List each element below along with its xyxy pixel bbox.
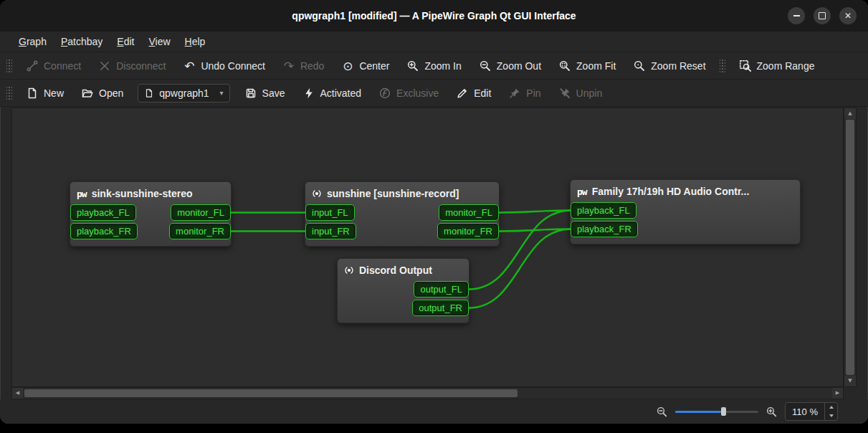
activated-button[interactable]: Activated bbox=[295, 82, 369, 104]
edit-button[interactable]: Edit bbox=[449, 82, 498, 104]
unpin-button[interactable]: Unpin bbox=[551, 82, 610, 104]
scroll-left-arrow[interactable]: ◀ bbox=[12, 388, 23, 399]
disconnect-label: Disconnect bbox=[116, 60, 166, 72]
zoom-slider-fill bbox=[675, 411, 721, 413]
zoom-in-button[interactable]: Zoom In bbox=[399, 55, 468, 77]
record-icon bbox=[344, 265, 354, 275]
port-output_FR[interactable]: output_FR bbox=[412, 300, 469, 316]
node-title: Family 17h/19h HD Audio Contr... bbox=[592, 186, 750, 197]
zoom-spin-up-button[interactable] bbox=[825, 403, 837, 411]
graph-canvas[interactable]: pwsink-sunshine-stereoplayback_FLmonitor… bbox=[11, 108, 844, 387]
zoom-out-button[interactable]: Zoom Out bbox=[472, 55, 548, 77]
connect-button[interactable]: Connect bbox=[19, 55, 88, 77]
undo-label: Undo Connect bbox=[201, 60, 265, 72]
horizontal-scrollbar[interactable]: ◀ ▶ bbox=[11, 387, 844, 399]
zoom-in-icon bbox=[406, 60, 419, 72]
zoom-slider-handle[interactable] bbox=[721, 407, 726, 416]
save-icon bbox=[244, 87, 257, 100]
exclusive-button[interactable]: Exclusive bbox=[371, 82, 446, 104]
horizontal-scrollbar-handle[interactable] bbox=[24, 389, 518, 397]
scroll-right-arrow[interactable]: ▶ bbox=[832, 388, 843, 399]
exclusive-icon bbox=[378, 87, 391, 100]
new-label: New bbox=[44, 87, 64, 99]
menu-help[interactable]: Help bbox=[178, 33, 213, 50]
maximize-button[interactable] bbox=[814, 7, 831, 24]
scroll-down-arrow[interactable]: ▼ bbox=[844, 376, 856, 386]
undo-connect-button[interactable]: ↶ Undo Connect bbox=[176, 55, 272, 77]
zoom-range-label: Zoom Range bbox=[757, 60, 815, 72]
node-title: sink-sunshine-stereo bbox=[92, 188, 193, 199]
toolbar-drag-handle[interactable] bbox=[6, 59, 12, 73]
minimize-icon bbox=[793, 15, 800, 16]
port-input_FR[interactable]: input_FR bbox=[305, 223, 356, 239]
title-bar: qpwgraph1 [modified] — A PipeWire Graph … bbox=[0, 0, 868, 32]
zoom-fit-label: Zoom Fit bbox=[576, 60, 616, 72]
undo-icon: ↶ bbox=[183, 60, 196, 72]
preset-combobox[interactable]: qpwgraph1 ▾ bbox=[138, 84, 229, 103]
unpin-label: Unpin bbox=[576, 87, 603, 99]
port-monitor_FL[interactable]: monitor_FL bbox=[439, 204, 499, 221]
node-header: sunshine [sunshine-record] bbox=[305, 182, 499, 204]
node-title: sunshine [sunshine-record] bbox=[327, 188, 459, 199]
toolbar-drag-handle[interactable] bbox=[6, 86, 12, 100]
zoom-range-button[interactable]: Zoom Range bbox=[732, 55, 822, 77]
port-monitor_FR[interactable]: monitor_FR bbox=[437, 223, 499, 239]
minimize-button[interactable] bbox=[788, 7, 805, 24]
save-label: Save bbox=[262, 87, 285, 99]
scroll-up-arrow[interactable]: ▲ bbox=[844, 108, 856, 119]
vertical-scrollbar[interactable]: ▲ ▼ bbox=[844, 108, 857, 387]
center-button[interactable]: ⊙ Center bbox=[334, 55, 396, 77]
menu-patchbay[interactable]: Patchbay bbox=[54, 33, 110, 50]
zoom-fit-button[interactable]: Zoom Fit bbox=[551, 55, 623, 77]
new-file-icon bbox=[26, 87, 39, 100]
zoom-spin-arrows bbox=[824, 403, 837, 420]
new-button[interactable]: New bbox=[19, 82, 71, 104]
patchbay-toolbar: New Open qpwgraph1 ▾ Save Activated Excl… bbox=[0, 80, 868, 107]
status-zoom-in-icon[interactable] bbox=[766, 406, 778, 418]
status-zoom-out-icon[interactable] bbox=[656, 406, 668, 418]
toolbar-drag-handle[interactable] bbox=[720, 59, 725, 73]
close-button[interactable]: ✕ bbox=[839, 7, 857, 24]
port-playback_FL[interactable]: playback_FL bbox=[571, 202, 636, 219]
zoom-reset-button[interactable]: Zoom Reset bbox=[626, 55, 712, 77]
zoom-slider[interactable] bbox=[675, 406, 758, 417]
vertical-scrollbar-handle[interactable] bbox=[846, 120, 854, 375]
center-icon: ⊙ bbox=[341, 60, 354, 72]
graph-nodes-layer: pwsink-sunshine-stereoplayback_FLmonitor… bbox=[12, 108, 843, 386]
record-icon bbox=[312, 189, 322, 199]
menu-bar: GraphPatchbayEditViewHelp bbox=[0, 32, 868, 52]
node-family[interactable]: pwFamily 17h/19h HD Audio Contr...playba… bbox=[570, 179, 801, 244]
pin-button[interactable]: Pin bbox=[501, 82, 548, 104]
menu-graph[interactable]: Graph bbox=[11, 33, 54, 50]
node-header: pwFamily 17h/19h HD Audio Contr... bbox=[571, 180, 800, 202]
menu-edit[interactable]: Edit bbox=[110, 33, 141, 50]
zoom-fit-icon bbox=[558, 60, 571, 72]
window-title: qpwgraph1 [modified] — A PipeWire Graph … bbox=[292, 10, 576, 22]
port-monitor_FL[interactable]: monitor_FL bbox=[171, 204, 231, 221]
node-sunshine[interactable]: sunshine [sunshine-record]input_FLmonito… bbox=[305, 181, 500, 247]
node-sink[interactable]: pwsink-sunshine-stereoplayback_FLmonitor… bbox=[70, 181, 232, 247]
port-spacer bbox=[796, 203, 798, 219]
menu-view[interactable]: View bbox=[141, 33, 177, 50]
close-icon: ✕ bbox=[844, 11, 852, 20]
exclusive-label: Exclusive bbox=[396, 87, 439, 99]
open-button[interactable]: Open bbox=[74, 82, 130, 104]
port-monitor_FR[interactable]: monitor_FR bbox=[169, 223, 231, 239]
port-input_FL[interactable]: input_FL bbox=[305, 204, 355, 221]
redo-button[interactable]: ↷ Redo bbox=[275, 55, 331, 77]
zoom-reset-label: Zoom Reset bbox=[651, 60, 705, 72]
port-playback_FR[interactable]: playback_FR bbox=[70, 223, 138, 239]
node-discord[interactable]: Discord Outputoutput_FLoutput_FR bbox=[337, 258, 469, 323]
graph-toolbar: Connect Disconnect ↶ Undo Connect ↷ Redo… bbox=[0, 52, 868, 80]
port-playback_FL[interactable]: playback_FL bbox=[70, 204, 136, 221]
zoom-spinbox[interactable]: 110 % bbox=[785, 402, 838, 421]
zoom-out-label: Zoom Out bbox=[497, 60, 541, 72]
save-button[interactable]: Save bbox=[237, 82, 292, 104]
zoom-spin-down-button[interactable] bbox=[825, 411, 837, 420]
preset-value: qpwgraph1 bbox=[159, 87, 209, 99]
port-playback_FR[interactable]: playback_FR bbox=[571, 221, 638, 237]
preset-file-icon bbox=[144, 88, 154, 98]
port-output_FL[interactable]: output_FL bbox=[414, 281, 469, 298]
disconnect-button[interactable]: Disconnect bbox=[91, 55, 173, 77]
app-window: qpwgraph1 [modified] — A PipeWire Graph … bbox=[0, 0, 868, 424]
